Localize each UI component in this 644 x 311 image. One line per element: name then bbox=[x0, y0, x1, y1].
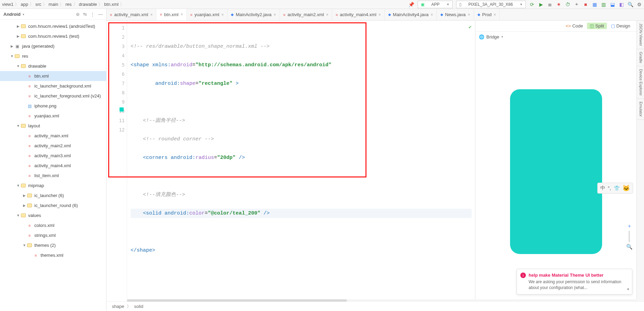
chevron-down-icon[interactable]: ▾ bbox=[501, 35, 503, 38]
editor-tab[interactable]: ◆News.java× bbox=[437, 9, 474, 20]
editor-tab[interactable]: ◆MainActivity4.java× bbox=[385, 9, 437, 20]
editor-tab[interactable]: ≡activity_main2.xml× bbox=[280, 9, 332, 20]
tree-row[interactable]: ▼drawable bbox=[0, 61, 106, 71]
breadcrumb-segment[interactable]: view1 bbox=[2, 2, 13, 7]
tree-arrow-icon[interactable]: ▼ bbox=[16, 184, 21, 187]
more-icon[interactable]: ⋮ bbox=[90, 12, 95, 17]
breadcrumb-segment[interactable]: app bbox=[21, 2, 28, 7]
profile-icon[interactable]: ⏱ bbox=[565, 2, 570, 7]
toolwindow-device-explorer[interactable]: Device Explorer bbox=[637, 66, 644, 99]
editor-tab[interactable]: ≡activity_main.xml× bbox=[106, 9, 156, 20]
editor-tab[interactable]: ≡btn.xml× bbox=[156, 9, 187, 21]
notification-popup[interactable]: i help make Material Theme UI better We … bbox=[517, 269, 632, 295]
breadcrumb-segment[interactable]: btn.xml bbox=[104, 2, 118, 7]
attach-debugger-icon[interactable]: ⌖ bbox=[574, 2, 579, 7]
close-icon[interactable]: × bbox=[494, 12, 496, 17]
tree-arrow-icon[interactable]: ▼ bbox=[16, 124, 21, 128]
editor-tab[interactable]: ≡yuanjiao.xml× bbox=[187, 9, 228, 20]
sdk-icon[interactable]: ⬓ bbox=[610, 2, 615, 7]
tree-row[interactable]: ▼themes (2) bbox=[0, 240, 106, 250]
globe-icon[interactable]: 🌐 bbox=[479, 34, 484, 39]
tree-row[interactable]: ≡btn.xml bbox=[0, 71, 106, 81]
editor-breadcrumb[interactable]: shape 〉 solid bbox=[106, 301, 644, 311]
tree-row[interactable]: ≡ic_launcher_foreground.xml (v24) bbox=[0, 91, 106, 101]
resource-manager-icon[interactable]: ◧ bbox=[619, 2, 624, 7]
zoom-track[interactable] bbox=[629, 231, 630, 242]
project-view-title[interactable]: Android bbox=[3, 12, 21, 17]
tree-row[interactable]: ▼res bbox=[0, 51, 106, 61]
breadcrumb-node[interactable]: solid bbox=[134, 304, 143, 309]
tree-row[interactable]: ▶ic_launcher (6) bbox=[0, 191, 106, 200]
zoom-control[interactable]: ＋ 🔍 bbox=[625, 223, 633, 250]
breadcrumb-segment[interactable]: main bbox=[48, 2, 58, 7]
tree-row[interactable]: ≡activity_main4.xml bbox=[0, 161, 106, 171]
ime-face-icon[interactable]: 🐱 bbox=[622, 184, 630, 192]
tree-arrow-icon[interactable]: ▶ bbox=[22, 194, 27, 197]
pin-icon[interactable]: 📌 bbox=[409, 2, 414, 7]
device-combo[interactable]: ▯ PIXEL_3A_API_30_X86 ▼ bbox=[456, 1, 526, 8]
editor-tab[interactable]: ◆MainActivity2.java× bbox=[227, 9, 280, 20]
tree-row[interactable]: ▼values bbox=[0, 210, 106, 220]
tree-arrow-icon[interactable]: ▶ bbox=[16, 24, 21, 28]
tree-row[interactable]: ▤iphone.png bbox=[0, 101, 106, 111]
h-scrollbar-thumb[interactable] bbox=[127, 299, 347, 302]
chevron-down-icon[interactable]: ▾ bbox=[23, 13, 24, 16]
tree-row[interactable]: ▶com.hnucm.review1 (test) bbox=[0, 31, 106, 41]
viewmode-split[interactable]: ◫Split bbox=[587, 23, 607, 29]
tree-arrow-icon[interactable]: ▶ bbox=[10, 44, 14, 48]
close-icon[interactable]: × bbox=[379, 12, 381, 17]
target-icon[interactable]: ⊚ bbox=[76, 12, 80, 17]
layout-inspector-icon[interactable]: ▦ bbox=[592, 2, 597, 7]
apply-changes-icon[interactable]: ≣ bbox=[547, 2, 553, 7]
close-icon[interactable]: × bbox=[326, 12, 328, 17]
run-config-combo[interactable]: ▣ APP ▼ bbox=[418, 1, 453, 8]
breadcrumb[interactable]: view1〉app〉src〉main〉res〉drawable〉btn.xml〉 bbox=[2, 1, 124, 8]
toolwindow-json-viewer[interactable]: JSON Viewer bbox=[637, 21, 644, 49]
editor-code[interactable]: ✔ <!-- res/drawable/button_shape_normal.… bbox=[127, 21, 475, 301]
tree-arrow-icon[interactable]: ▼ bbox=[16, 214, 21, 217]
settings-icon[interactable]: ⚙ bbox=[636, 2, 642, 7]
tree-row[interactable]: ≡activity_main2.xml bbox=[0, 141, 106, 151]
close-icon[interactable]: × bbox=[431, 12, 433, 17]
toolwindow-emulator[interactable]: Emulator bbox=[637, 99, 644, 120]
stop-icon[interactable]: ■ bbox=[583, 2, 588, 7]
tree-row[interactable]: ≡activity_main3.xml bbox=[0, 151, 106, 161]
avd-icon[interactable]: ▥ bbox=[601, 2, 606, 7]
tree-arrow-icon[interactable]: ▼ bbox=[16, 64, 21, 68]
breadcrumb-segment[interactable]: src bbox=[35, 2, 41, 7]
tree-row[interactable]: ≡yuanjiao.xml bbox=[0, 111, 106, 121]
viewmode-design[interactable]: ▢Design bbox=[608, 23, 633, 29]
ime-toolbar[interactable]: 中 °, 👕 🐱 bbox=[597, 183, 633, 194]
close-icon[interactable]: × bbox=[150, 12, 152, 17]
ime-skin-icon[interactable]: 👕 bbox=[614, 185, 620, 191]
tree-row[interactable]: ▶com.hnucm.review1 (androidTest) bbox=[0, 21, 106, 31]
breadcrumb-node[interactable]: shape bbox=[112, 304, 124, 309]
tree-row[interactable]: ≡list_item.xml bbox=[0, 171, 106, 181]
run-icon[interactable]: ▶ bbox=[538, 2, 544, 7]
tree-row[interactable]: ≡ic_launcher_background.xml bbox=[0, 81, 106, 91]
tree-arrow-icon[interactable]: ▼ bbox=[22, 243, 27, 247]
tree-row[interactable]: ▼mipmap bbox=[0, 181, 106, 191]
editor-tab[interactable]: ◆Prod× bbox=[474, 9, 500, 20]
project-tree[interactable]: ▶com.hnucm.review1 (androidTest)▶com.hnu… bbox=[0, 20, 106, 311]
breadcrumb-segment[interactable]: res bbox=[65, 2, 71, 7]
preview-mode-label[interactable]: Bridge bbox=[486, 34, 499, 39]
tree-row[interactable]: ▼layout bbox=[0, 121, 106, 131]
toolwindow-gradle[interactable]: Gradle bbox=[637, 49, 644, 66]
tree-row[interactable]: ≡strings.xml bbox=[0, 230, 106, 240]
tree-row[interactable]: ▶ic_launcher_round (6) bbox=[0, 200, 106, 210]
zoom-fit-icon[interactable]: 🔍 bbox=[626, 244, 633, 250]
inspection-ok-icon[interactable]: ✔ bbox=[469, 23, 472, 32]
tree-arrow-icon[interactable]: ▼ bbox=[10, 54, 14, 58]
editor-tab[interactable]: ≡activity_main4.xml× bbox=[332, 9, 385, 20]
close-icon[interactable]: × bbox=[221, 12, 224, 17]
ime-punct-icon[interactable]: °, bbox=[608, 185, 611, 191]
tree-row[interactable]: ≡colors.xml bbox=[0, 220, 106, 230]
close-icon[interactable]: × bbox=[181, 12, 183, 17]
sync-icon[interactable]: ⟳ bbox=[529, 2, 535, 7]
tree-arrow-icon[interactable]: ▶ bbox=[16, 34, 21, 38]
color-gutter-chip[interactable] bbox=[120, 107, 124, 112]
ime-lang[interactable]: 中 bbox=[600, 185, 605, 191]
tree-row[interactable]: ≡activity_main.xml bbox=[0, 131, 106, 141]
debug-icon[interactable]: ✷ bbox=[556, 2, 562, 7]
